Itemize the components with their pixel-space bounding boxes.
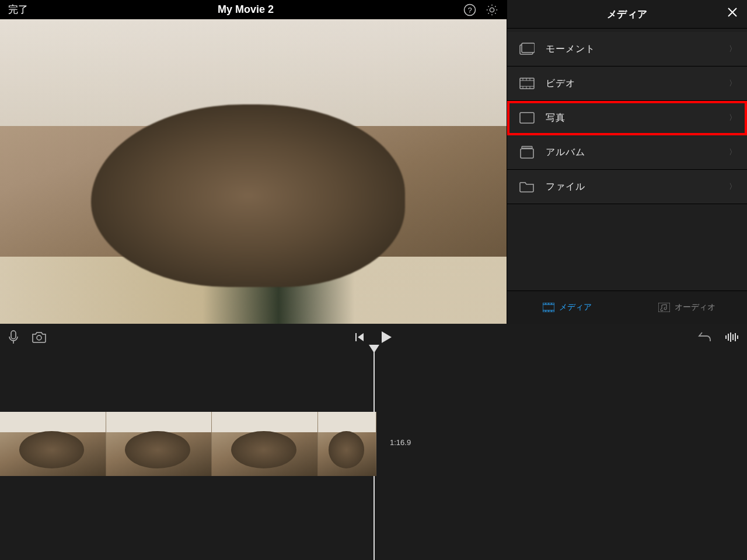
albums-icon [519,146,535,159]
clip-thumbnail [0,412,106,476]
project-title: My Movie 2 [28,4,463,16]
clip-duration: 1:16.9 [390,438,411,447]
sidebar-tabs: メディア オーディオ [507,290,747,324]
svg-text:?: ? [467,5,472,14]
music-icon [658,303,670,312]
video-clip[interactable] [0,412,376,476]
sidebar-item-label: アルバム [546,146,585,159]
timeline[interactable]: 1:16.9 [0,351,747,560]
chevron-right-icon: 〉 [729,78,736,89]
svg-rect-26 [11,331,16,339]
folder-icon [519,180,535,193]
microphone-icon[interactable] [8,330,19,344]
video-preview[interactable] [0,19,507,324]
undo-icon[interactable] [698,331,712,343]
svg-rect-13 [520,113,534,123]
help-icon[interactable]: ? [463,4,476,16]
top-bar: 完了 My Movie 2 ? [0,0,507,19]
chevron-right-icon: 〉 [729,44,736,54]
clip-thumbnail [212,412,318,476]
svg-point-28 [37,335,41,340]
sidebar-header: メディア [507,0,747,29]
sidebar-item-label: ビデオ [546,78,575,90]
svg-rect-25 [658,303,670,312]
preview-area: 完了 My Movie 2 ? [0,0,507,324]
media-type-list: モーメント 〉 ビデオ 〉 写真 〉 ア [507,29,747,290]
filmstrip-icon [543,303,554,312]
svg-rect-14 [522,146,532,148]
tab-audio[interactable]: オーディオ [627,291,748,324]
sidebar-item-label: モーメント [546,43,595,55]
tab-audio-label: オーディオ [675,302,715,313]
chevron-right-icon: 〉 [729,181,736,192]
settings-gear-icon[interactable] [486,4,498,16]
moments-icon [519,43,535,55]
sidebar-item-video[interactable]: ビデオ 〉 [507,66,747,101]
sidebar-item-label: 写真 [546,112,566,124]
camera-icon[interactable] [32,331,47,343]
play-icon[interactable] [380,330,393,344]
sidebar-item-moments[interactable]: モーメント 〉 [507,32,747,66]
done-button[interactable]: 完了 [8,3,28,16]
skip-to-start-icon[interactable] [354,332,365,342]
waveform-icon[interactable] [725,332,739,342]
tab-media[interactable]: メディア [507,291,627,324]
svg-rect-3 [522,43,535,52]
sidebar-item-photo[interactable]: 写真 〉 [507,101,747,135]
tab-media-label: メディア [559,302,592,313]
sidebar-item-files[interactable]: ファイル 〉 [507,170,747,204]
close-icon[interactable] [727,7,738,18]
svg-rect-4 [520,78,534,89]
sidebar-title: メディア [607,8,648,21]
chevron-right-icon: 〉 [729,147,736,158]
photo-icon [519,111,535,124]
timeline-panel: 1:16.9 [0,324,747,560]
sidebar-item-albums[interactable]: アルバム 〉 [507,135,747,170]
sidebar-item-label: ファイル [546,181,585,193]
chevron-right-icon: 〉 [729,113,736,123]
clip-thumbnail [106,412,212,476]
media-sidebar: メディア モーメント 〉 ビデオ 〉 [507,0,747,324]
video-icon [519,77,535,90]
svg-rect-15 [521,149,533,158]
clip-thumbnail [318,412,376,476]
